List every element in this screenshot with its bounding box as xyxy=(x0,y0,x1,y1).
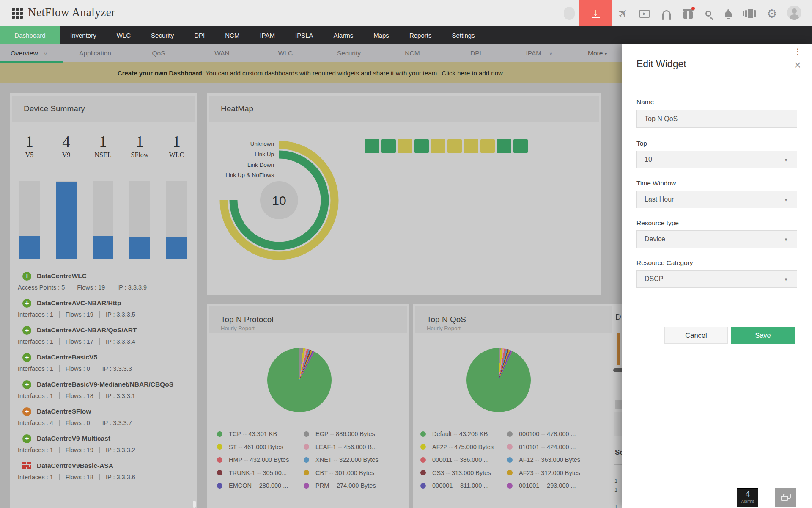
scrollbar-thumb[interactable] xyxy=(193,501,196,508)
toggle-pill[interactable] xyxy=(564,7,575,20)
heatmap-cell[interactable] xyxy=(381,139,396,153)
getting-started-icon[interactable]: ✈ xyxy=(615,6,631,21)
banner-add-link[interactable]: Click here to add now. xyxy=(442,69,505,77)
device-name[interactable]: DataCentreV9Basic-ASA xyxy=(37,462,113,469)
device-list-item[interactable]: ✚DataCentreWLCAccess Points : 5Flows : 1… xyxy=(11,271,195,291)
subnav-dpi[interactable]: DPI xyxy=(444,50,508,57)
top-select[interactable]: 10 ▾ xyxy=(636,151,797,168)
legend-item[interactable]: Default -- 43.206 KB xyxy=(418,428,505,441)
device-list-item[interactable]: ✚DataCentreAVC-NBAR/HttpInterfaces : 1Fl… xyxy=(11,298,195,318)
settings-gear-icon[interactable]: ⚙ xyxy=(764,6,779,21)
qos-pie-chart[interactable] xyxy=(466,348,531,412)
heatmap-cell[interactable] xyxy=(365,139,379,153)
nav-dashboard[interactable]: Dashboard xyxy=(0,26,60,44)
whats-new-gift-icon[interactable] xyxy=(680,6,696,21)
bar-nsel[interactable] xyxy=(93,236,113,259)
legend-item[interactable]: CBT -- 301.000 Bytes xyxy=(302,467,388,480)
cancel-button[interactable]: Cancel xyxy=(664,327,728,344)
heatmap-cell[interactable] xyxy=(480,139,495,153)
subnav-overview[interactable]: Overview∨ xyxy=(0,50,63,57)
legend-item[interactable]: EMCON -- 280.000 ... xyxy=(215,479,302,492)
demo-video-icon[interactable]: ▶ xyxy=(637,6,652,21)
nav-wlc[interactable]: WLC xyxy=(107,26,141,44)
device-list-item[interactable]: ✚DataCentreSFlowInterfaces : 4Flows : 0I… xyxy=(11,406,195,426)
device-list-item[interactable]: ✚DataCentreBasicV5Interfaces : 1Flows : … xyxy=(11,352,195,372)
legend-item[interactable]: EGP -- 886.000 Bytes xyxy=(302,428,388,441)
legend-item[interactable]: AF12 -- 363.000 Bytes xyxy=(505,453,592,467)
legend-item[interactable]: 000100 -- 478.000 ... xyxy=(505,428,592,441)
download-button[interactable]: ↓ xyxy=(579,0,612,26)
legend-item[interactable]: 000001 -- 311.000 ... xyxy=(418,479,505,492)
device-list-item[interactable]: DataCentreV9Basic-ASAInterfaces : 1Flows… xyxy=(11,461,195,480)
nav-ncm[interactable]: NCM xyxy=(215,26,250,44)
nav-maps[interactable]: Maps xyxy=(363,26,399,44)
device-name[interactable]: DataCentreBasicV9-Medianet/NBAR/CBQoS xyxy=(37,381,173,388)
resource-type-select[interactable]: Device ▾ xyxy=(636,230,797,248)
heatmap-cell[interactable] xyxy=(398,139,412,153)
subnav-wlc[interactable]: WLC xyxy=(254,50,317,57)
device-name[interactable]: DataCentreV9-Multicast xyxy=(37,435,110,442)
subnav-ncm[interactable]: NCM xyxy=(381,50,444,57)
bar-v9[interactable] xyxy=(56,182,77,259)
kebab-menu-icon[interactable]: ⋮ xyxy=(792,45,804,58)
device-name[interactable]: DataCentreSFlow xyxy=(37,408,91,415)
device-name[interactable]: DataCentreWLC xyxy=(37,272,87,280)
device-name[interactable]: DataCentreBasicV5 xyxy=(37,353,97,361)
nav-reports[interactable]: Reports xyxy=(399,26,442,44)
legend-item[interactable]: CS3 -- 313.000 Bytes xyxy=(418,467,505,480)
device-list-item[interactable]: ✚DataCentreAVC-NBAR/QoS/ARTInterfaces : … xyxy=(11,325,195,345)
legend-item[interactable]: 010101 -- 424.000 ... xyxy=(505,441,592,454)
subnav-security[interactable]: Security xyxy=(317,50,381,57)
chat-button[interactable] xyxy=(775,488,796,507)
legend-item[interactable]: ST -- 461.000 Bytes xyxy=(215,441,302,454)
close-icon[interactable]: × xyxy=(794,60,801,70)
bell-icon[interactable] xyxy=(721,6,736,21)
legend-item[interactable]: XNET -- 322.000 Bytes xyxy=(302,453,388,467)
subnav-application[interactable]: Application xyxy=(63,50,127,57)
legend-item[interactable]: PRM -- 274.000 Bytes xyxy=(302,479,388,492)
device-list-item[interactable]: ✚DataCentreV9-MulticastInterfaces : 1Flo… xyxy=(11,433,195,453)
heatmap-cell[interactable] xyxy=(447,139,462,153)
legend-item[interactable]: 000011 -- 386.000 ... xyxy=(418,453,505,467)
resource-category-select[interactable]: DSCP ▾ xyxy=(636,270,797,288)
time-window-select[interactable]: Last Hour ▾ xyxy=(636,190,797,208)
nav-ipam[interactable]: IPAM xyxy=(250,26,285,44)
save-button[interactable]: Save xyxy=(731,327,795,344)
subnav-qos[interactable]: QoS xyxy=(127,50,190,57)
nav-security[interactable]: Security xyxy=(141,26,184,44)
bar-wlc[interactable] xyxy=(166,237,187,259)
nav-ipsla[interactable]: IPSLA xyxy=(285,26,324,44)
license-stack-icon[interactable] xyxy=(743,6,758,21)
name-field[interactable] xyxy=(636,110,797,128)
device-name[interactable]: DataCentreAVC-NBAR/Http xyxy=(37,299,121,307)
legend-item[interactable]: LEAF-1 -- 456.000 B... xyxy=(302,441,388,454)
device-list-item[interactable]: ✚DataCentreBasicV9-Medianet/NBAR/CBQoSIn… xyxy=(11,379,195,399)
nav-alarms[interactable]: Alarms xyxy=(324,26,364,44)
heatmap-cell[interactable] xyxy=(464,139,478,153)
heatmap-cell[interactable] xyxy=(431,139,445,153)
nav-inventory[interactable]: Inventory xyxy=(60,26,107,44)
app-launcher-icon[interactable] xyxy=(12,8,23,19)
subnav-ipam[interactable]: IPAM ∨ xyxy=(508,50,571,57)
legend-item[interactable]: 001001 -- 293.000 ... xyxy=(505,479,592,492)
protocol-pie-chart[interactable] xyxy=(267,348,332,412)
heatmap-cell[interactable] xyxy=(497,139,511,153)
heatmap-cell[interactable] xyxy=(414,139,429,153)
heatmap-cell[interactable] xyxy=(513,139,528,153)
search-icon[interactable] xyxy=(701,6,716,21)
legend-item[interactable]: TRUNK-1 -- 305.00... xyxy=(215,467,302,480)
legend-item[interactable]: AF23 -- 312.000 Bytes xyxy=(505,467,592,480)
legend-item[interactable]: HMP -- 432.000 Bytes xyxy=(215,453,302,467)
nav-settings[interactable]: Settings xyxy=(442,26,485,44)
legend-item[interactable]: AF22 -- 475.000 Bytes xyxy=(418,441,505,454)
legend-item[interactable]: TCP -- 43.301 KB xyxy=(215,428,302,441)
status-donut-chart[interactable]: 10 xyxy=(216,137,343,264)
user-avatar[interactable] xyxy=(787,6,801,20)
alarms-badge[interactable]: 4 Alarms xyxy=(737,488,758,507)
bar-sflow[interactable] xyxy=(129,237,150,259)
subnav-wan[interactable]: WAN xyxy=(190,50,254,57)
device-name[interactable]: DataCentreAVC-NBAR/QoS/ART xyxy=(37,326,137,334)
nav-dpi[interactable]: DPI xyxy=(184,26,215,44)
bar-v5[interactable] xyxy=(19,236,40,259)
subnav-more[interactable]: More ▾ xyxy=(588,50,607,57)
